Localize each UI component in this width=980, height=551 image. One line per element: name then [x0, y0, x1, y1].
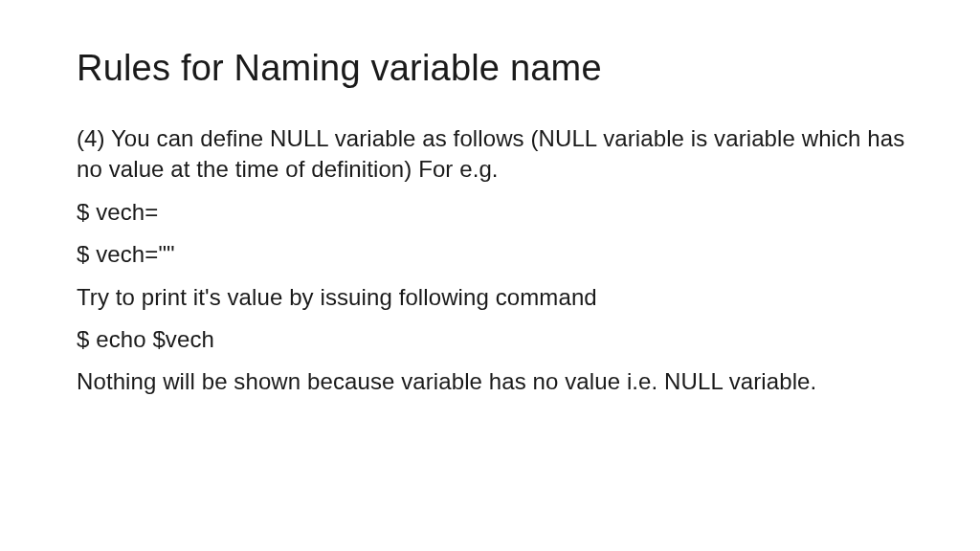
slide-title: Rules for Naming variable name — [77, 48, 913, 89]
body-line-1: $ vech= — [77, 197, 913, 228]
body-line-3: Try to print it's value by issuing follo… — [77, 282, 913, 313]
body-line-4: $ echo $vech — [77, 324, 913, 355]
body-line-2: $ vech="" — [77, 239, 913, 270]
body-line-5: Nothing will be shown because variable h… — [77, 366, 913, 397]
body-line-0: (4) You can define NULL variable as foll… — [77, 123, 913, 186]
